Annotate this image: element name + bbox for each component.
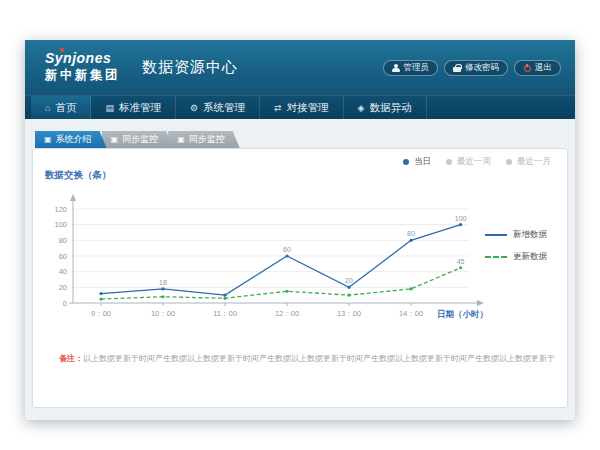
- period-label: 最近一周: [457, 156, 491, 168]
- header: Synjones 新中新集团 数据资源中心 管理员 修改密码 退出: [25, 40, 575, 95]
- svg-text:40: 40: [59, 267, 67, 276]
- svg-text:45: 45: [457, 258, 465, 265]
- svg-text:80: 80: [59, 236, 67, 245]
- svg-text:100: 100: [455, 215, 467, 222]
- nav-label: 标准管理: [119, 101, 161, 115]
- page-title: 数据资源中心: [142, 58, 238, 77]
- change-password-button[interactable]: 修改密码: [444, 60, 508, 76]
- svg-text:13：00: 13：00: [337, 309, 361, 318]
- svg-text:120: 120: [54, 205, 67, 214]
- lock-icon: [453, 64, 461, 72]
- svg-text:80: 80: [407, 230, 415, 237]
- svg-text:60: 60: [283, 246, 291, 253]
- power-icon: [523, 64, 531, 72]
- grid-icon: ▣: [44, 135, 52, 144]
- tab-label: 同步监控: [189, 133, 225, 146]
- period-today[interactable]: 当日: [403, 156, 431, 168]
- home-icon: ⌂: [45, 103, 50, 113]
- tab-sync-monitor-1[interactable]: ▣ 同步监控: [102, 131, 174, 148]
- svg-text:20: 20: [59, 283, 67, 292]
- dot-icon: [446, 159, 452, 165]
- legend-label: 更新数据: [513, 251, 547, 263]
- nav-label: 对接管理: [287, 101, 329, 115]
- period-last-week[interactable]: 最近一周: [446, 156, 491, 168]
- user-icon: [392, 64, 400, 72]
- period-label: 当日: [414, 156, 431, 168]
- period-legend: 当日 最近一周 最近一月: [403, 156, 551, 168]
- nav-label: 系统管理: [203, 101, 245, 115]
- tab-label: 系统介绍: [56, 133, 92, 146]
- content-area: ▣ 系统介绍 ▣ 同步监控 ▣ 同步监控 当日 最近一周: [25, 119, 575, 420]
- svg-text:9：00: 9：00: [91, 309, 111, 318]
- tab-system-intro[interactable]: ▣ 系统介绍: [35, 131, 107, 148]
- grid-icon: ▣: [177, 135, 185, 144]
- company-logo: Synjones 新中新集团: [45, 51, 120, 84]
- dot-icon: [506, 159, 512, 165]
- logout-label: 退出: [535, 62, 552, 74]
- svg-text:100: 100: [54, 220, 67, 229]
- logout-button[interactable]: 退出: [514, 60, 561, 76]
- data-change-icon: ◈: [358, 103, 365, 113]
- footnote-prefix: 备注：: [59, 354, 83, 363]
- nav-item-data-change[interactable]: ◈ 数据异动: [344, 96, 427, 119]
- svg-text:11：00: 11：00: [213, 309, 237, 318]
- system-icon: ⚙: [190, 103, 198, 113]
- svg-text:60: 60: [59, 252, 67, 261]
- nav-item-integration[interactable]: ⇄ 对接管理: [260, 96, 344, 119]
- svg-text:0: 0: [63, 299, 67, 308]
- legend-item-new-data[interactable]: 新增数据: [485, 229, 547, 241]
- line-chart: 0204060801001209：0010：0011：0012：0013：001…: [41, 185, 486, 335]
- period-last-month[interactable]: 最近一月: [506, 156, 551, 168]
- chart-panel: 当日 最近一周 最近一月 数据交换（条） 0204060801001209：00…: [32, 148, 568, 408]
- svg-text:12：00: 12：00: [275, 309, 299, 318]
- svg-text:10：00: 10：00: [151, 309, 175, 318]
- tab-label: 同步监控: [122, 133, 158, 146]
- footnote-text: 以上数据更新于时间产生数据以上数据更新于时间产生数据以上数据更新于时间产生数据以…: [83, 354, 555, 363]
- admin-button-label: 管理员: [404, 62, 430, 74]
- svg-text:18: 18: [159, 279, 167, 286]
- y-axis-title: 数据交换（条）: [45, 169, 112, 182]
- tab-bar: ▣ 系统介绍 ▣ 同步监控 ▣ 同步监控: [35, 131, 240, 148]
- svg-text:日期（小时）: 日期（小时）: [437, 309, 486, 319]
- logo-subtext: 新中新集团: [45, 67, 120, 84]
- solid-line-sample: [485, 234, 507, 236]
- integration-icon: ⇄: [274, 103, 282, 113]
- header-buttons: 管理员 修改密码 退出: [383, 60, 562, 76]
- admin-button[interactable]: 管理员: [383, 60, 439, 76]
- main-nav: ⌂ 首页 ▤ 标准管理 ⚙ 系统管理 ⇄ 对接管理 ◈ 数据异动: [25, 95, 575, 119]
- dot-icon: [403, 159, 409, 165]
- svg-text:14：00: 14：00: [399, 309, 423, 318]
- app-window: Synjones 新中新集团 数据资源中心 管理员 修改密码 退出 ⌂ 首页: [25, 40, 575, 420]
- svg-text:20: 20: [345, 277, 353, 284]
- nav-label: 数据异动: [370, 101, 412, 115]
- tab-sync-monitor-2[interactable]: ▣ 同步监控: [168, 131, 240, 148]
- legend-item-updated-data[interactable]: 更新数据: [485, 251, 547, 263]
- dashed-line-sample: [485, 256, 507, 258]
- legend-label: 新增数据: [513, 229, 547, 241]
- change-password-label: 修改密码: [465, 62, 499, 74]
- logo-accent-dot: [60, 48, 64, 52]
- nav-item-system[interactable]: ⚙ 系统管理: [176, 96, 260, 119]
- nav-item-standards[interactable]: ▤ 标准管理: [91, 96, 176, 119]
- standards-icon: ▤: [105, 103, 114, 113]
- series-legend: 新增数据 更新数据: [485, 229, 547, 273]
- footnote: 备注：以上数据更新于时间产生数据以上数据更新于时间产生数据以上数据更新于时间产生…: [59, 353, 557, 364]
- grid-icon: ▣: [111, 135, 119, 144]
- nav-item-home[interactable]: ⌂ 首页: [31, 96, 91, 119]
- nav-label: 首页: [55, 101, 76, 115]
- period-label: 最近一月: [517, 156, 551, 168]
- logo-text: Synjones: [45, 51, 120, 65]
